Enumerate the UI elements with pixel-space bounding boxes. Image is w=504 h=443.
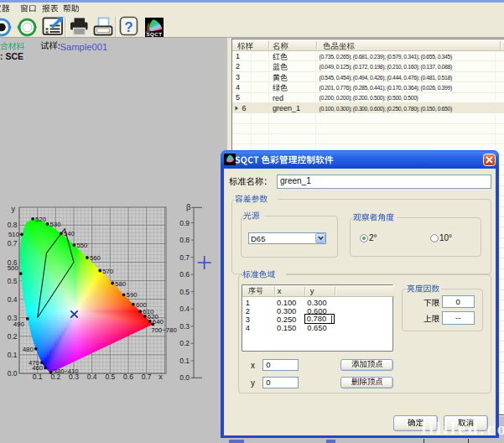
svg-text:560: 560 <box>90 254 101 262</box>
svg-text:0.5: 0.5 <box>8 277 18 285</box>
svg-text:0.4: 0.4 <box>179 305 190 313</box>
svg-text:y: y <box>12 205 16 213</box>
svg-text:0.0: 0.0 <box>8 369 18 378</box>
svg-text:570: 570 <box>102 268 114 275</box>
svg-text:510: 510 <box>8 231 20 238</box>
svg-text:0.6: 0.6 <box>123 373 133 381</box>
svg-text:580: 580 <box>115 280 127 288</box>
svg-text:0.0: 0.0 <box>179 373 190 382</box>
svg-text:0.7: 0.7 <box>8 239 18 248</box>
svg-text:?: ? <box>124 19 132 35</box>
svg-text:0.4: 0.4 <box>8 295 18 304</box>
svg-text:0.7: 0.7 <box>179 253 190 262</box>
svg-text:590: 590 <box>127 291 138 299</box>
svg-text:0.4: 0.4 <box>87 373 97 381</box>
svg-text:540: 540 <box>64 230 75 237</box>
svg-text:0.1: 0.1 <box>8 351 18 359</box>
svg-text:0.7: 0.7 <box>142 373 152 381</box>
svg-text:0.6: 0.6 <box>179 270 190 279</box>
svg-text:0.2: 0.2 <box>8 332 18 341</box>
svg-text:0.2: 0.2 <box>179 339 190 347</box>
svg-text:0.3: 0.3 <box>69 373 79 381</box>
svg-text:0.8: 0.8 <box>179 236 190 244</box>
svg-text:0.5: 0.5 <box>179 288 190 296</box>
svg-text:0.2: 0.2 <box>50 373 60 381</box>
svg-text:520: 520 <box>35 216 47 223</box>
svg-text:0.1: 0.1 <box>179 357 190 365</box>
svg-text:x: x <box>158 373 163 381</box>
svg-text:0.5: 0.5 <box>105 373 115 381</box>
svg-text:0.8: 0.8 <box>8 221 18 229</box>
svg-text:0.9: 0.9 <box>179 219 190 227</box>
svg-text:SQCT: SQCT <box>147 31 163 37</box>
svg-text:700~780: 700~780 <box>151 326 177 334</box>
svg-text:550: 550 <box>76 242 88 249</box>
svg-text:0.3: 0.3 <box>179 322 190 331</box>
svg-text:480: 480 <box>23 346 34 353</box>
svg-text:β: β <box>186 202 191 211</box>
svg-text:0.1: 0.1 <box>33 373 43 381</box>
svg-text:460: 460 <box>32 364 44 372</box>
svg-text:0.3: 0.3 <box>8 314 18 322</box>
svg-text:530: 530 <box>50 221 62 228</box>
svg-text:0.6: 0.6 <box>8 258 18 267</box>
